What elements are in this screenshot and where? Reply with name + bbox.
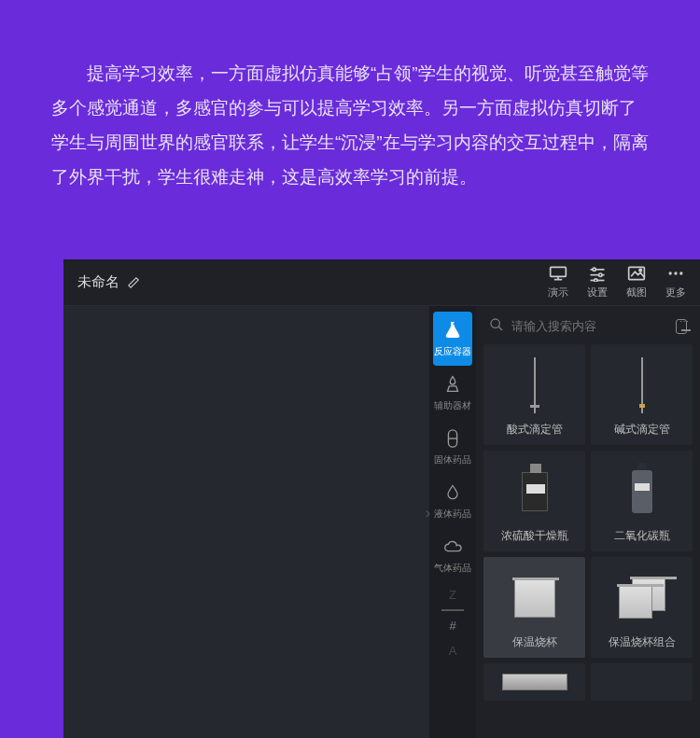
toolbar-label: 设置 [587,285,608,299]
category-auxiliary[interactable]: 辅助器材 [433,366,472,420]
edit-icon[interactable] [127,276,140,289]
screenshot-icon [627,265,646,282]
present-icon [549,265,567,282]
svg-point-10 [639,269,642,272]
present-button[interactable]: 演示 [548,265,568,299]
svg-point-8 [595,279,597,282]
title-left: 未命名 [77,273,140,291]
svg-rect-0 [551,267,567,276]
item-label: 碱式滴定管 [614,422,670,438]
toolbar-label: 更多 [665,285,686,299]
category-column: 反应容器 辅助器材 固体药品 [429,306,476,738]
svg-point-14 [454,323,456,326]
burette-alkali-icon [595,352,689,418]
category-label: 气体药品 [434,562,471,575]
burner-icon [441,373,464,396]
item-label: 保温烧杯组合 [609,634,676,650]
item-insulated-beaker[interactable]: 保温烧杯 [483,557,585,658]
item-alkali-burette[interactable]: 碱式滴定管 [591,344,693,445]
item-beaker-combo[interactable]: 保温烧杯组合 [591,557,693,658]
item-acid-burette[interactable]: 酸式滴定管 [483,344,585,445]
titlebar: 未命名 演示 设置 截图 [63,259,700,306]
item-sulfuric-bottle[interactable]: 浓硫酸干燥瓶 [483,451,585,551]
panel-collapse-icon[interactable]: › [426,505,430,522]
beaker-combo-icon [595,564,689,631]
more-icon [666,265,685,282]
item-tray[interactable] [483,663,585,701]
svg-point-17 [491,319,499,327]
category-reaction[interactable]: 反应容器 [433,312,472,366]
capsule-icon [441,427,464,450]
svg-point-6 [593,268,595,271]
index-letter[interactable]: A [429,638,476,663]
app-window: 未命名 演示 设置 截图 [63,259,700,738]
item-label: 酸式滴定管 [507,422,563,438]
search-row [483,313,693,344]
canvas[interactable]: › [63,306,429,738]
drop-icon [441,481,464,504]
category-label: 液体药品 [434,508,471,521]
items-panel: 酸式滴定管 碱式滴定管 浓硫酸干燥瓶 二氧化碳瓶 [476,306,700,738]
bottle-light-icon [595,458,689,524]
item-label: 保温烧杯 [512,634,557,650]
settings-icon [588,265,607,282]
search-input[interactable] [511,319,668,333]
index-letter[interactable]: Z [429,582,476,607]
keyboard-icon[interactable] [676,319,687,334]
content-area: › 反应容器 辅助器材 [63,306,700,738]
toolbar: 演示 设置 截图 更多 [548,265,686,299]
category-gas[interactable]: 气体药品 [433,528,472,582]
svg-point-12 [674,272,677,274]
document-title: 未命名 [77,273,119,291]
description-text: 提高学习效率，一方面虚拟仿真能够“占领”学生的视觉、听觉甚至触觉等多个感觉通道，… [0,0,700,231]
item-label: 二氧化碳瓶 [614,528,670,544]
category-solid[interactable]: 固体药品 [433,420,472,474]
bottle-dark-icon [487,458,581,524]
sidebar: 反应容器 辅助器材 固体药品 [429,306,700,738]
item-label: 浓硫酸干燥瓶 [501,528,568,544]
flask-icon [441,319,464,341]
category-liquid[interactable]: 液体药品 [433,474,472,528]
settings-button[interactable]: 设置 [587,265,608,299]
svg-point-7 [599,273,602,276]
item-empty[interactable] [591,663,693,701]
item-co2-bottle[interactable]: 二氧化碳瓶 [591,451,693,551]
more-button[interactable]: 更多 [665,265,686,299]
svg-line-18 [498,327,502,330]
category-label: 固体药品 [434,453,471,466]
index-letter[interactable]: # [441,609,464,638]
items-grid: 酸式滴定管 碱式滴定管 浓硫酸干燥瓶 二氧化碳瓶 [483,344,693,701]
cloud-icon [441,536,464,558]
svg-point-13 [679,272,682,274]
category-label: 辅助器材 [434,399,471,412]
burette-acid-icon [487,352,581,418]
tray-icon [487,671,581,693]
screenshot-button[interactable]: 截图 [626,265,647,299]
beaker-icon [487,564,581,631]
category-label: 反应容器 [434,345,471,358]
toolbar-label: 截图 [626,285,647,299]
svg-point-11 [669,272,672,274]
search-icon [489,317,504,335]
toolbar-label: 演示 [548,285,568,299]
